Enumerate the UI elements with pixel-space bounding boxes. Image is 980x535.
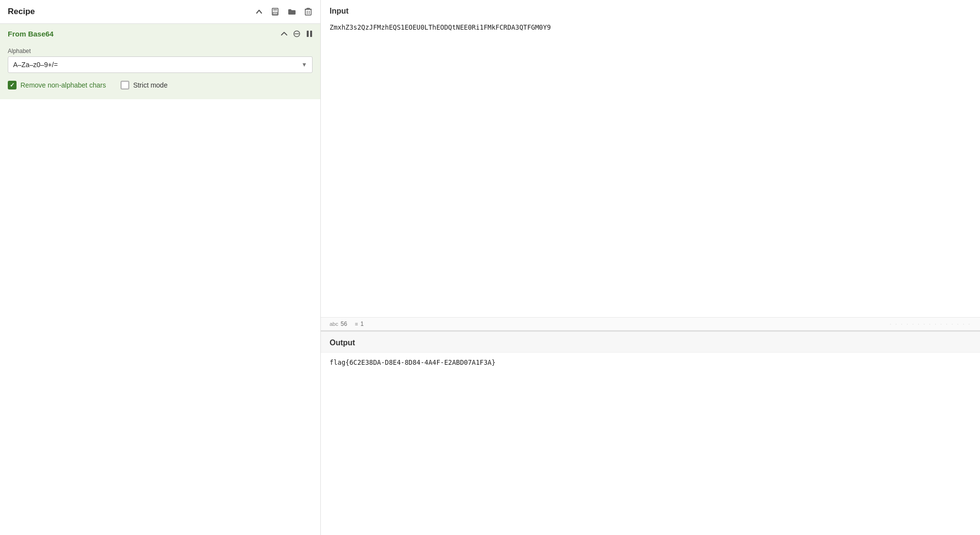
svg-rect-1 <box>273 8 277 11</box>
operation-title: From Base64 <box>8 30 281 38</box>
recipe-header-icons <box>255 7 313 17</box>
line-count-icon: ≡ <box>355 321 358 327</box>
input-textarea[interactable] <box>321 20 980 317</box>
alphabet-label: Alphabet <box>8 48 313 54</box>
trash-icon <box>305 8 312 16</box>
line-count-value: 1 <box>361 321 364 327</box>
delete-button[interactable] <box>304 7 313 17</box>
char-count-value: 56 <box>341 321 347 327</box>
right-panel: Input abc 56 ≡ 1 · · · · · · · · · · · ·… <box>321 0 980 535</box>
strict-mode-checkbox-item[interactable]: Strict mode <box>121 81 168 89</box>
operation-collapse-button[interactable] <box>281 31 287 37</box>
checkboxes-row: Remove non-alphabet chars Strict mode <box>8 81 313 89</box>
remove-nonalpha-checkbox[interactable] <box>8 81 17 89</box>
remove-nonalpha-checkbox-item[interactable]: Remove non-alphabet chars <box>8 81 106 89</box>
collapse-button[interactable] <box>255 7 263 16</box>
output-label: Output <box>330 339 355 347</box>
input-section: Input abc 56 ≡ 1 · · · · · · · · · · · ·… <box>321 0 980 331</box>
alphabet-value: A–Za–z0–9+/= <box>13 61 58 69</box>
operation-icons <box>281 30 313 37</box>
remove-nonalpha-label: Remove non-alphabet chars <box>20 81 106 89</box>
strict-mode-checkbox[interactable] <box>121 81 129 89</box>
operation-block: From Base64 <box>0 24 320 99</box>
operation-pause-button[interactable] <box>306 30 313 37</box>
output-section: Output <box>321 331 980 535</box>
svg-rect-11 <box>310 31 312 37</box>
operation-body: Alphabet A–Za–z0–9+/= ▼ Remove non-alpha… <box>0 44 320 99</box>
pause-icon <box>306 30 313 37</box>
strict-mode-label: Strict mode <box>133 81 168 89</box>
left-panel: Recipe <box>0 0 321 535</box>
op-chevron-up-icon <box>281 31 287 37</box>
divider-dots: · · · · · · · · · · · · · · · <box>371 321 971 327</box>
svg-rect-10 <box>307 31 309 37</box>
output-textarea[interactable] <box>321 353 980 535</box>
input-label: Input <box>321 0 980 20</box>
chevron-up-icon <box>256 8 262 15</box>
char-count-stat: abc 56 <box>330 321 347 327</box>
input-stats-bar: abc 56 ≡ 1 · · · · · · · · · · · · · · · <box>321 317 980 330</box>
select-arrow-icon: ▼ <box>301 61 307 68</box>
folder-button[interactable] <box>287 7 297 16</box>
svg-rect-3 <box>274 13 276 15</box>
folder-icon <box>288 8 296 15</box>
alphabet-select[interactable]: A–Za–z0–9+/= ▼ <box>8 56 313 73</box>
disable-icon <box>293 30 300 37</box>
line-count-stat: ≡ 1 <box>355 321 364 327</box>
char-count-icon: abc <box>330 321 338 327</box>
output-header: Output <box>321 332 980 353</box>
save-button[interactable] <box>270 7 280 17</box>
recipe-title: Recipe <box>8 7 255 17</box>
save-icon <box>271 8 279 16</box>
svg-rect-4 <box>305 9 311 15</box>
operation-disable-button[interactable] <box>293 30 300 37</box>
operation-header: From Base64 <box>0 24 320 44</box>
recipe-header: Recipe <box>0 0 320 24</box>
